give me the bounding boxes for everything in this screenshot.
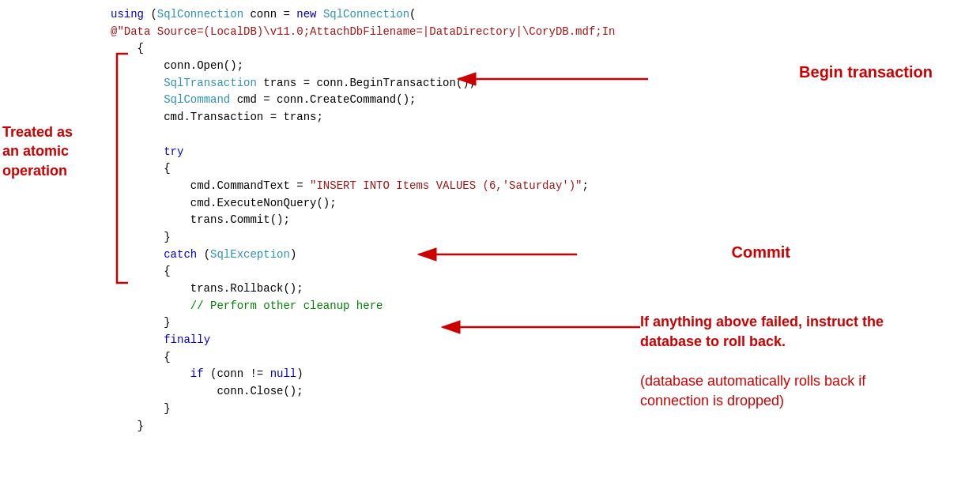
atomic-label-text: Treated as an atomic operation xyxy=(2,124,73,179)
code-line-7: cmd.Transaction = trans; xyxy=(111,109,616,126)
code-line-11: cmd.CommandText = "INSERT INTO Items VAL… xyxy=(111,178,616,195)
code-line-catch: catch (SqlException) xyxy=(111,247,616,264)
code-line-10: { xyxy=(111,160,616,178)
code-line-1: using (SqlConnection conn = new SqlConne… xyxy=(111,6,616,24)
code-line-try: try xyxy=(111,144,616,161)
code-line-2: @"Data Source=(LocalDB)\v11.0;AttachDbFi… xyxy=(111,24,616,41)
code-block: using (SqlConnection conn = new SqlConne… xyxy=(111,6,616,435)
code-line-24: } xyxy=(111,401,616,418)
code-line-21: { xyxy=(111,349,616,367)
code-line-13: trans.Commit(); xyxy=(111,212,616,229)
begin-transaction-label: Begin transaction xyxy=(799,63,933,81)
code-line-blank1 xyxy=(111,126,616,144)
code-line-23: conn.Close(); xyxy=(111,383,616,401)
code-line-12: cmd.ExecuteNonQuery(); xyxy=(111,195,616,213)
code-line-22: if (conn != null) xyxy=(111,366,616,383)
auto-rollback-label: (database automatically rolls back if co… xyxy=(640,371,956,411)
code-line-rollback: trans.Rollback(); xyxy=(111,281,616,298)
main-container: Treated as an atomic operation using (Sq… xyxy=(0,0,980,497)
code-line-finally: finally xyxy=(111,332,616,349)
code-line-19: } xyxy=(111,314,616,332)
code-line-6: SqlCommand cmd = conn.CreateCommand(); xyxy=(111,92,616,109)
code-line-14: } xyxy=(111,229,616,247)
code-line-3: { xyxy=(111,40,616,58)
atomic-operation-label: Treated as an atomic operation xyxy=(2,122,109,180)
code-line-5: SqlTransaction trans = conn.BeginTransac… xyxy=(111,75,616,92)
code-line-4: conn.Open(); xyxy=(111,58,616,75)
rollback-label: If anything above failed, instruct the d… xyxy=(640,312,956,352)
kw-using: using xyxy=(111,8,144,21)
code-line-comment: // Perform other cleanup here xyxy=(111,298,616,315)
code-line-16: { xyxy=(111,263,616,281)
code-line-25: } xyxy=(111,418,616,435)
commit-label: Commit xyxy=(732,243,790,262)
